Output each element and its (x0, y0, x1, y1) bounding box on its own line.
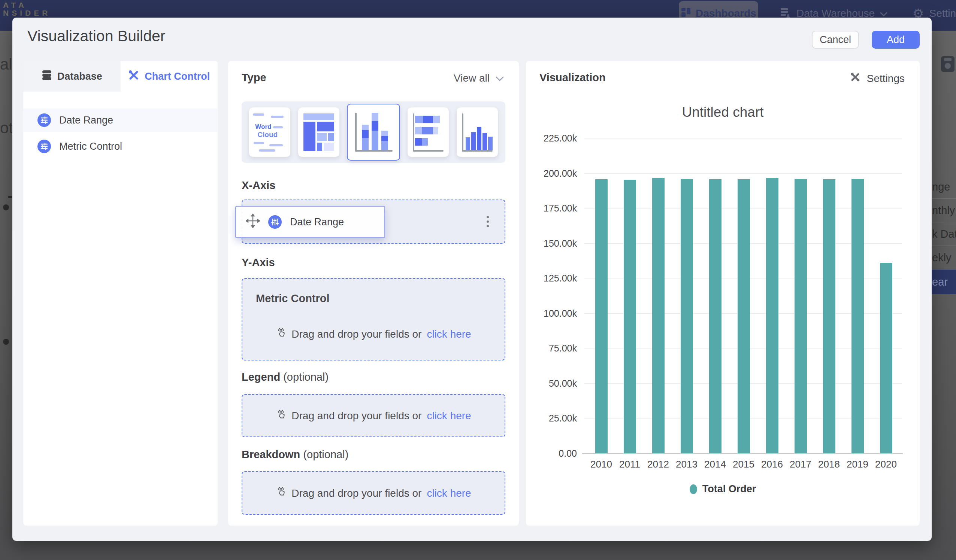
x-axis-heading: X-Axis (242, 179, 275, 191)
screen: ATA NSIDER Dashboards (0, 0, 956, 560)
bar-2012 (652, 178, 665, 453)
chart-gridline (584, 138, 902, 138)
treemap-block (303, 113, 334, 120)
field-label: Date Range (59, 115, 113, 126)
field-item-date-range[interactable]: Date Range (23, 108, 218, 132)
settings-button[interactable]: Settings (850, 72, 905, 85)
background-dropdown-list: ngenthlyk Dateeklyear (929, 175, 956, 294)
mini-x-axis (355, 150, 393, 152)
app-logo: ATA NSIDER (3, 1, 50, 17)
optional-label: (optional) (283, 371, 329, 383)
bar-2018 (823, 179, 835, 453)
background-dropdown-item: nthly (929, 199, 956, 222)
kebab-menu-icon[interactable] (487, 216, 489, 227)
chart-type-treemap[interactable] (298, 107, 340, 157)
chevron-down-icon (495, 72, 504, 84)
sliders-icon (38, 113, 51, 127)
y-axis-dropzone[interactable]: Metric Control Drag and drop your fields… (242, 278, 505, 361)
bar-2013 (681, 179, 693, 453)
bar-2015 (737, 179, 750, 453)
visualization-heading: Visualization (539, 72, 606, 84)
mini-bar (415, 127, 438, 134)
word-cloud-decoration (259, 149, 275, 152)
logo-line-1: ATA (3, 1, 50, 9)
fields-panel: Database Chart Control (23, 61, 218, 525)
background-bullet (3, 204, 9, 210)
tools-icon (128, 70, 139, 83)
dragged-field-chip[interactable]: Date Range (235, 206, 385, 238)
tab-database[interactable]: Database (23, 61, 121, 92)
bar-2017 (794, 179, 807, 453)
tab-chart-control[interactable]: Chart Control (121, 61, 218, 92)
add-button[interactable]: Add (872, 31, 920, 49)
breakdown-dropzone[interactable]: Drag and drop your fields or click here (242, 471, 505, 515)
save-icon (941, 56, 954, 74)
builder-panel: Type View all Word Cloud (228, 61, 519, 525)
legend-dropzone[interactable]: Drag and drop your fields or click here (242, 394, 505, 437)
bar-2019 (851, 179, 864, 453)
y-axis-tick-label: 0.00 (531, 448, 577, 459)
field-item-metric-control[interactable]: Metric Control (23, 135, 218, 158)
chart-type-stacked-column[interactable] (347, 104, 400, 161)
word-cloud-decoration (253, 113, 264, 116)
tap-icon (276, 486, 286, 500)
sliders-icon (268, 215, 282, 229)
y-axis-tick-label: 150.00k (531, 238, 577, 249)
breakdown-heading: Breakdown (optional) (242, 449, 348, 461)
word-cloud-word: Word (255, 123, 271, 131)
word-cloud-word: Cloud (257, 131, 278, 139)
chart-type-word-cloud[interactable]: Word Cloud (249, 107, 290, 157)
mini-y-axis (462, 113, 463, 152)
bar-2011 (624, 180, 636, 453)
mini-bar (415, 138, 428, 146)
drop-hint-text: Drag and drop your fields or (291, 328, 421, 340)
sliders-icon (38, 140, 51, 153)
database-icon (42, 70, 52, 83)
nav-item-label: Settings (929, 8, 956, 19)
background-dropdown-item: ear (929, 270, 956, 294)
background-dropdown-item: nge (929, 175, 956, 199)
bar-2020 (880, 263, 892, 453)
tap-icon (276, 408, 286, 423)
chip-label: Date Range (290, 216, 344, 228)
view-all-label: View all (454, 72, 490, 84)
logo-line-2: NSIDER (3, 9, 50, 17)
treemap-block (317, 133, 327, 141)
chart-type-column[interactable] (457, 107, 498, 157)
modal-title: Visualization Builder (27, 27, 165, 45)
move-icon (246, 214, 260, 231)
treemap-block (303, 122, 315, 151)
view-all-dropdown[interactable]: View all (454, 72, 504, 84)
click-here-link[interactable]: click here (427, 328, 471, 340)
settings-label: Settings (867, 73, 905, 85)
treemap-block (317, 143, 322, 151)
chart-type-strip: Word Cloud (242, 102, 505, 163)
x-axis-tick-label: 2020 (869, 458, 903, 470)
click-here-link[interactable]: click here (427, 410, 471, 422)
tap-icon (276, 327, 286, 341)
bar-2016 (766, 178, 778, 453)
click-here-link[interactable]: click here (427, 487, 471, 499)
y-axis-tick-label: 25.00k (531, 413, 577, 424)
y-axis-tick-label: 50.00k (531, 378, 577, 389)
optional-label: (optional) (303, 449, 348, 460)
treemap-block (317, 122, 334, 132)
y-axis-tick-label: 175.00k (531, 203, 577, 214)
cancel-button[interactable]: Cancel (812, 31, 859, 49)
breakdown-heading-label: Breakdown (242, 449, 300, 460)
legend-heading-label: Legend (242, 371, 280, 383)
y-axis-tick-label: 200.00k (531, 168, 577, 179)
y-axis-tick-label: 125.00k (531, 273, 577, 284)
chart-type-horizontal-bar[interactable] (407, 107, 449, 157)
mini-bar (415, 116, 440, 123)
visualization-builder-modal: Visualization Builder Cancel Add Databas… (13, 17, 932, 541)
y-axis-tick-label: 100.00k (531, 308, 577, 319)
background-dash (8, 196, 12, 198)
background-dropdown-item: ekly (929, 246, 956, 270)
mini-y-axis (413, 113, 414, 152)
word-cloud-decoration (273, 126, 283, 129)
legend-heading: Legend (optional) (242, 371, 329, 383)
legend-marker (690, 485, 697, 494)
mini-x-axis (413, 150, 443, 152)
mini-bar (362, 125, 369, 150)
